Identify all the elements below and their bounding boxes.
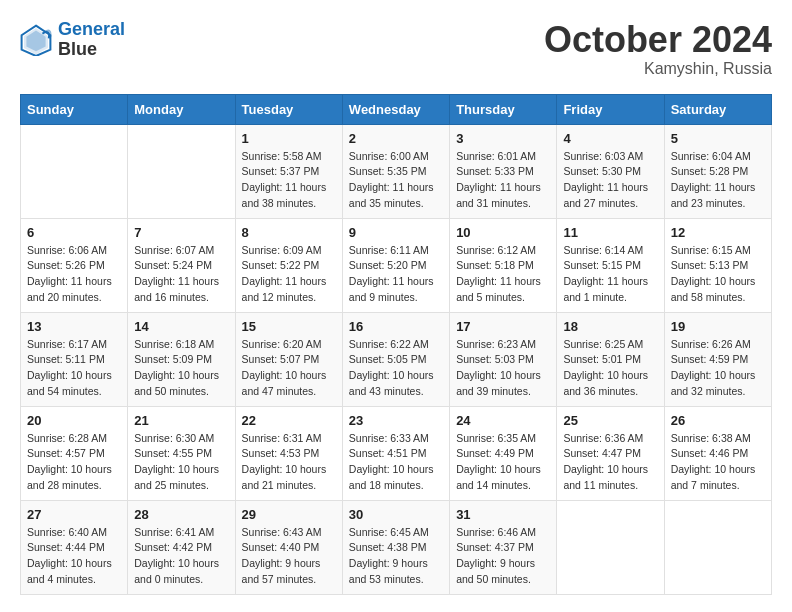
day-number: 7 [134, 225, 228, 240]
day-info: Sunrise: 6:01 AMSunset: 5:33 PMDaylight:… [456, 149, 550, 212]
calendar-cell: 31Sunrise: 6:46 AMSunset: 4:37 PMDayligh… [450, 500, 557, 594]
day-info: Sunrise: 6:38 AMSunset: 4:46 PMDaylight:… [671, 431, 765, 494]
calendar-cell: 13Sunrise: 6:17 AMSunset: 5:11 PMDayligh… [21, 312, 128, 406]
day-info: Sunrise: 6:03 AMSunset: 5:30 PMDaylight:… [563, 149, 657, 212]
day-info: Sunrise: 6:20 AMSunset: 5:07 PMDaylight:… [242, 337, 336, 400]
day-number: 14 [134, 319, 228, 334]
calendar-cell: 18Sunrise: 6:25 AMSunset: 5:01 PMDayligh… [557, 312, 664, 406]
day-number: 18 [563, 319, 657, 334]
weekday-header: Saturday [664, 94, 771, 124]
day-info: Sunrise: 6:22 AMSunset: 5:05 PMDaylight:… [349, 337, 443, 400]
calendar-cell: 14Sunrise: 6:18 AMSunset: 5:09 PMDayligh… [128, 312, 235, 406]
calendar-cell: 28Sunrise: 6:41 AMSunset: 4:42 PMDayligh… [128, 500, 235, 594]
weekday-header: Wednesday [342, 94, 449, 124]
day-number: 28 [134, 507, 228, 522]
day-info: Sunrise: 6:11 AMSunset: 5:20 PMDaylight:… [349, 243, 443, 306]
day-info: Sunrise: 6:12 AMSunset: 5:18 PMDaylight:… [456, 243, 550, 306]
day-info: Sunrise: 6:30 AMSunset: 4:55 PMDaylight:… [134, 431, 228, 494]
calendar-cell: 17Sunrise: 6:23 AMSunset: 5:03 PMDayligh… [450, 312, 557, 406]
calendar-cell [664, 500, 771, 594]
day-number: 13 [27, 319, 121, 334]
calendar-cell: 9Sunrise: 6:11 AMSunset: 5:20 PMDaylight… [342, 218, 449, 312]
day-number: 25 [563, 413, 657, 428]
day-number: 17 [456, 319, 550, 334]
calendar-cell: 20Sunrise: 6:28 AMSunset: 4:57 PMDayligh… [21, 406, 128, 500]
day-info: Sunrise: 6:07 AMSunset: 5:24 PMDaylight:… [134, 243, 228, 306]
weekday-header: Tuesday [235, 94, 342, 124]
month-title: October 2024 [544, 20, 772, 60]
day-info: Sunrise: 6:35 AMSunset: 4:49 PMDaylight:… [456, 431, 550, 494]
calendar-cell: 23Sunrise: 6:33 AMSunset: 4:51 PMDayligh… [342, 406, 449, 500]
calendar-cell [128, 124, 235, 218]
calendar-cell: 5Sunrise: 6:04 AMSunset: 5:28 PMDaylight… [664, 124, 771, 218]
day-info: Sunrise: 6:17 AMSunset: 5:11 PMDaylight:… [27, 337, 121, 400]
calendar-week-row: 13Sunrise: 6:17 AMSunset: 5:11 PMDayligh… [21, 312, 772, 406]
day-info: Sunrise: 6:26 AMSunset: 4:59 PMDaylight:… [671, 337, 765, 400]
calendar-cell: 12Sunrise: 6:15 AMSunset: 5:13 PMDayligh… [664, 218, 771, 312]
calendar-cell: 15Sunrise: 6:20 AMSunset: 5:07 PMDayligh… [235, 312, 342, 406]
day-info: Sunrise: 6:40 AMSunset: 4:44 PMDaylight:… [27, 525, 121, 588]
day-info: Sunrise: 6:04 AMSunset: 5:28 PMDaylight:… [671, 149, 765, 212]
day-info: Sunrise: 6:18 AMSunset: 5:09 PMDaylight:… [134, 337, 228, 400]
calendar-week-row: 20Sunrise: 6:28 AMSunset: 4:57 PMDayligh… [21, 406, 772, 500]
calendar-table: SundayMondayTuesdayWednesdayThursdayFrid… [20, 94, 772, 595]
day-number: 24 [456, 413, 550, 428]
calendar-cell: 4Sunrise: 6:03 AMSunset: 5:30 PMDaylight… [557, 124, 664, 218]
title-block: October 2024 Kamyshin, Russia [544, 20, 772, 78]
day-number: 19 [671, 319, 765, 334]
calendar-cell: 3Sunrise: 6:01 AMSunset: 5:33 PMDaylight… [450, 124, 557, 218]
day-number: 3 [456, 131, 550, 146]
day-info: Sunrise: 6:09 AMSunset: 5:22 PMDaylight:… [242, 243, 336, 306]
day-number: 22 [242, 413, 336, 428]
calendar-cell: 29Sunrise: 6:43 AMSunset: 4:40 PMDayligh… [235, 500, 342, 594]
calendar-cell: 2Sunrise: 6:00 AMSunset: 5:35 PMDaylight… [342, 124, 449, 218]
day-number: 27 [27, 507, 121, 522]
calendar-cell: 21Sunrise: 6:30 AMSunset: 4:55 PMDayligh… [128, 406, 235, 500]
calendar-week-row: 1Sunrise: 5:58 AMSunset: 5:37 PMDaylight… [21, 124, 772, 218]
logo: General Blue [20, 20, 125, 60]
day-info: Sunrise: 5:58 AMSunset: 5:37 PMDaylight:… [242, 149, 336, 212]
calendar-cell: 24Sunrise: 6:35 AMSunset: 4:49 PMDayligh… [450, 406, 557, 500]
day-number: 9 [349, 225, 443, 240]
calendar-cell [557, 500, 664, 594]
page-header: General Blue October 2024 Kamyshin, Russ… [20, 20, 772, 78]
day-number: 15 [242, 319, 336, 334]
calendar-cell: 7Sunrise: 6:07 AMSunset: 5:24 PMDaylight… [128, 218, 235, 312]
calendar-cell: 30Sunrise: 6:45 AMSunset: 4:38 PMDayligh… [342, 500, 449, 594]
weekday-header-row: SundayMondayTuesdayWednesdayThursdayFrid… [21, 94, 772, 124]
day-number: 30 [349, 507, 443, 522]
calendar-cell: 1Sunrise: 5:58 AMSunset: 5:37 PMDaylight… [235, 124, 342, 218]
weekday-header: Monday [128, 94, 235, 124]
day-info: Sunrise: 6:00 AMSunset: 5:35 PMDaylight:… [349, 149, 443, 212]
day-info: Sunrise: 6:33 AMSunset: 4:51 PMDaylight:… [349, 431, 443, 494]
day-number: 21 [134, 413, 228, 428]
calendar-week-row: 27Sunrise: 6:40 AMSunset: 4:44 PMDayligh… [21, 500, 772, 594]
calendar-cell: 6Sunrise: 6:06 AMSunset: 5:26 PMDaylight… [21, 218, 128, 312]
day-number: 23 [349, 413, 443, 428]
day-number: 10 [456, 225, 550, 240]
day-number: 6 [27, 225, 121, 240]
day-number: 1 [242, 131, 336, 146]
day-info: Sunrise: 6:06 AMSunset: 5:26 PMDaylight:… [27, 243, 121, 306]
day-info: Sunrise: 6:41 AMSunset: 4:42 PMDaylight:… [134, 525, 228, 588]
calendar-cell: 8Sunrise: 6:09 AMSunset: 5:22 PMDaylight… [235, 218, 342, 312]
day-info: Sunrise: 6:15 AMSunset: 5:13 PMDaylight:… [671, 243, 765, 306]
day-number: 12 [671, 225, 765, 240]
weekday-header: Sunday [21, 94, 128, 124]
weekday-header: Thursday [450, 94, 557, 124]
day-number: 26 [671, 413, 765, 428]
logo-text: General Blue [58, 20, 125, 60]
day-number: 29 [242, 507, 336, 522]
logo-icon [20, 24, 52, 56]
day-number: 31 [456, 507, 550, 522]
day-number: 2 [349, 131, 443, 146]
calendar-cell: 19Sunrise: 6:26 AMSunset: 4:59 PMDayligh… [664, 312, 771, 406]
location-title: Kamyshin, Russia [544, 60, 772, 78]
day-info: Sunrise: 6:31 AMSunset: 4:53 PMDaylight:… [242, 431, 336, 494]
day-number: 11 [563, 225, 657, 240]
calendar-cell: 22Sunrise: 6:31 AMSunset: 4:53 PMDayligh… [235, 406, 342, 500]
day-info: Sunrise: 6:23 AMSunset: 5:03 PMDaylight:… [456, 337, 550, 400]
calendar-week-row: 6Sunrise: 6:06 AMSunset: 5:26 PMDaylight… [21, 218, 772, 312]
calendar-cell: 25Sunrise: 6:36 AMSunset: 4:47 PMDayligh… [557, 406, 664, 500]
day-number: 8 [242, 225, 336, 240]
